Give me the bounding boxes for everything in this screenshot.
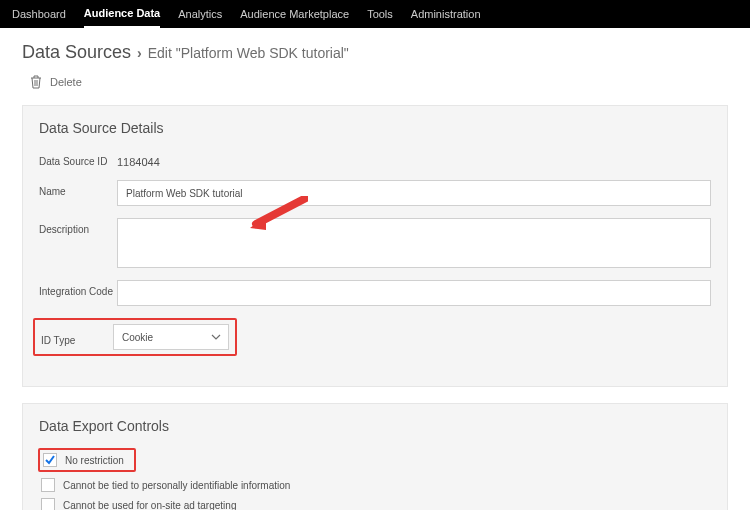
- row-description: Description: [39, 218, 711, 268]
- integration-code-input[interactable]: [117, 280, 711, 306]
- chevron-right-icon: ›: [137, 45, 142, 61]
- row-name: Name: [39, 180, 711, 206]
- nav-administration[interactable]: Administration: [411, 1, 481, 27]
- panel-data-export-controls: Data Export Controls No restriction Cann…: [22, 403, 728, 510]
- nav-dashboard[interactable]: Dashboard: [12, 1, 66, 27]
- checkbox-pii[interactable]: [41, 478, 55, 492]
- annotation-highlight-id-type: ID Type Cookie: [33, 318, 237, 356]
- breadcrumb: Data Sources › Edit "Platform Web SDK tu…: [22, 42, 728, 63]
- export-option-no-restriction-row: No restriction: [41, 448, 711, 472]
- label-name: Name: [39, 180, 117, 197]
- nav-analytics[interactable]: Analytics: [178, 1, 222, 27]
- export-option-row: Cannot be tied to personally identifiabl…: [41, 478, 711, 492]
- panel-title-details: Data Source Details: [39, 120, 711, 136]
- check-icon: [44, 454, 56, 466]
- export-option-row: Cannot be used for on-site ad targeting: [41, 498, 711, 510]
- label-data-source-id: Data Source ID: [39, 150, 117, 167]
- export-option-label: Cannot be used for on-site ad targeting: [63, 500, 236, 511]
- trash-icon: [30, 75, 42, 89]
- export-option-label: Cannot be tied to personally identifiabl…: [63, 480, 290, 491]
- breadcrumb-leaf: Edit "Platform Web SDK tutorial": [148, 45, 349, 61]
- checkbox-onsite-ad[interactable]: [41, 498, 55, 510]
- label-integration-code: Integration Code: [39, 280, 117, 297]
- label-id-type: ID Type: [41, 329, 113, 346]
- row-id-type: ID Type Cookie: [33, 318, 711, 356]
- delete-label: Delete: [50, 76, 82, 88]
- value-data-source-id: 1184044: [117, 150, 160, 168]
- nav-audience-data[interactable]: Audience Data: [84, 0, 160, 28]
- panel-title-export: Data Export Controls: [39, 418, 711, 434]
- row-data-source-id: Data Source ID 1184044: [39, 150, 711, 168]
- top-nav: Dashboard Audience Data Analytics Audien…: [0, 0, 750, 28]
- description-textarea[interactable]: [117, 218, 711, 268]
- page-body: Data Sources › Edit "Platform Web SDK tu…: [0, 28, 750, 510]
- row-integration-code: Integration Code: [39, 280, 711, 306]
- checkbox-no-restriction[interactable]: [43, 453, 57, 467]
- name-input[interactable]: [117, 180, 711, 206]
- id-type-select[interactable]: Cookie: [113, 324, 229, 350]
- delete-button[interactable]: Delete: [30, 75, 728, 89]
- label-description: Description: [39, 218, 117, 235]
- nav-audience-marketplace[interactable]: Audience Marketplace: [240, 1, 349, 27]
- export-option-label: No restriction: [65, 455, 124, 466]
- id-type-select-wrap: Cookie: [113, 324, 229, 350]
- nav-tools[interactable]: Tools: [367, 1, 393, 27]
- breadcrumb-root[interactable]: Data Sources: [22, 42, 131, 63]
- panel-data-source-details: Data Source Details Data Source ID 11840…: [22, 105, 728, 387]
- annotation-highlight-no-restriction: No restriction: [38, 448, 136, 472]
